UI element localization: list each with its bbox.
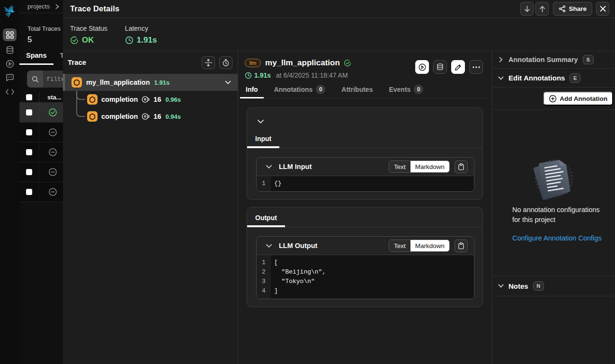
configure-annotation-configs-link[interactable]: Configure Annotation Configs xyxy=(512,234,615,242)
trace-tree-panel: Trace xyxy=(63,51,238,364)
share-button[interactable]: Share xyxy=(553,2,592,16)
span-latency: 0.96s xyxy=(165,96,181,103)
projects-panel: projects Total Traces 5 Spans Traces sta… xyxy=(19,0,63,364)
table-row[interactable] xyxy=(19,142,63,162)
llm-input-title: LLM Input xyxy=(279,163,312,170)
nav-datasets-icon[interactable] xyxy=(5,45,15,55)
filter-input[interactable] xyxy=(43,71,63,88)
timing-button[interactable] xyxy=(219,56,232,69)
plus-circle-icon xyxy=(549,95,557,103)
total-traces: Total Traces 5 xyxy=(19,13,63,44)
tab-attributes[interactable]: Attributes xyxy=(336,85,378,98)
filter-searchbox[interactable] xyxy=(27,71,63,88)
trace-status-label: Trace Status xyxy=(70,25,107,32)
status-unset-icon xyxy=(48,187,57,196)
empty-state-message: No annotation configurations for this pr… xyxy=(512,205,605,225)
nav-prompts-icon[interactable] xyxy=(5,73,15,82)
collapse-all-button[interactable] xyxy=(247,108,482,122)
code-content[interactable]: [ "Beijing\n", "Tokyo\n" ] xyxy=(271,255,326,299)
expand-vertical-icon xyxy=(205,59,212,67)
llm-span-kind-icon xyxy=(71,77,82,88)
chevron-right-icon xyxy=(55,4,59,9)
dialog-title: Trace Details xyxy=(70,4,119,13)
row-checkbox[interactable] xyxy=(26,189,32,195)
table-row[interactable] xyxy=(19,103,63,123)
chevron-down-icon xyxy=(498,284,504,288)
tab-input[interactable]: Input xyxy=(247,132,279,148)
tab-output[interactable]: Output xyxy=(247,211,285,227)
tree-row-completion-2[interactable]: completion 16 0.94s xyxy=(63,108,238,125)
tab-info[interactable]: Info xyxy=(240,85,264,98)
add-to-dataset-button[interactable] xyxy=(433,60,447,74)
table-row[interactable] xyxy=(19,162,63,182)
copy-output-button[interactable] xyxy=(455,240,468,252)
add-annotation-button[interactable]: Add Annotation xyxy=(543,91,613,106)
line-numbers: 1 2 3 4 xyxy=(257,255,271,299)
status-column-header[interactable]: sta... xyxy=(47,94,62,101)
tree-row-completion-1[interactable]: completion 16 0.96s xyxy=(63,91,238,108)
toggle-text[interactable]: Text xyxy=(389,161,410,172)
replay-button[interactable] xyxy=(415,60,429,74)
code-content[interactable]: {} xyxy=(271,176,282,191)
chevron-down-icon[interactable] xyxy=(266,244,272,248)
notes-section[interactable]: Notes N xyxy=(492,276,615,296)
token-icon xyxy=(142,113,151,120)
tab-annotations[interactable]: Annotations0 xyxy=(268,85,331,98)
chevron-down-icon xyxy=(225,80,231,85)
latency: Latency 1.91s xyxy=(125,25,157,51)
select-all-checkbox[interactable] xyxy=(26,94,32,100)
copy-input-button[interactable] xyxy=(455,160,468,173)
tab-spans[interactable]: Spans xyxy=(19,52,53,65)
llm-span-kind-icon xyxy=(87,111,98,122)
more-actions-button[interactable] xyxy=(469,60,483,74)
dialog-header: Trace Details Share xyxy=(63,0,615,18)
tab-events[interactable]: Events0 xyxy=(383,85,429,98)
arrow-down-icon xyxy=(524,5,531,13)
spans-table: sta... xyxy=(19,92,63,364)
edit-span-button[interactable] xyxy=(451,60,465,74)
row-checkbox[interactable] xyxy=(26,109,32,115)
status-unset-icon xyxy=(48,128,57,137)
span-latency: 1.91s xyxy=(254,71,271,79)
add-annotation-row: Add Annotation xyxy=(492,88,615,110)
shortcut-badge-n: N xyxy=(533,281,544,291)
nav-playground-icon[interactable] xyxy=(5,59,15,69)
annotation-summary-section[interactable]: Annotation Summary S xyxy=(492,51,615,69)
row-checkbox[interactable] xyxy=(26,149,32,155)
annotations-panel: Annotation Summary S Edit Annotations E … xyxy=(492,51,615,364)
tab-traces[interactable]: Traces xyxy=(53,52,63,65)
clock-icon xyxy=(245,72,252,79)
close-dialog-button[interactable] xyxy=(596,2,609,16)
toggle-markdown[interactable]: Markdown xyxy=(410,161,449,172)
nav-projects-grid-icon[interactable] xyxy=(3,28,17,41)
trace-tree-header: Trace xyxy=(63,51,238,74)
llm-output-code: 1 2 3 4 [ "Beijing\n", "Tokyo\n" xyxy=(257,255,474,299)
status-unset-icon xyxy=(48,168,57,177)
toggle-markdown[interactable]: Markdown xyxy=(410,240,449,251)
nav-apis-icon[interactable] xyxy=(5,87,15,97)
table-row[interactable] xyxy=(19,123,63,142)
row-checkbox[interactable] xyxy=(26,169,32,175)
row-checkbox[interactable] xyxy=(26,129,32,135)
project-tabs: Spans Traces xyxy=(19,52,63,65)
span-actions xyxy=(415,60,483,74)
next-trace-button[interactable] xyxy=(535,2,549,16)
span-tabs: Info Annotations0 Attributes Events0 xyxy=(238,85,492,98)
line-numbers: 1 xyxy=(257,176,271,191)
llm-span-kind-icon xyxy=(87,94,98,105)
tree-row-root-span[interactable]: my_llm_application 1.91s xyxy=(63,74,238,91)
collapse-children-button[interactable] xyxy=(225,80,231,85)
phoenix-logo-icon[interactable] xyxy=(3,4,17,18)
breadcrumb[interactable]: projects xyxy=(19,0,63,13)
previous-trace-button[interactable] xyxy=(520,2,534,16)
status-ok-icon xyxy=(48,108,57,117)
edit-annotations-section[interactable]: Edit Annotations E xyxy=(492,69,615,88)
toggle-text[interactable]: Text xyxy=(389,240,410,251)
table-row[interactable] xyxy=(19,182,63,202)
breadcrumb-projects[interactable]: projects xyxy=(27,3,50,10)
chevron-down-icon[interactable] xyxy=(266,165,272,169)
expand-rows-button[interactable] xyxy=(202,56,215,69)
notes-label: Notes xyxy=(508,282,528,290)
share-label: Share xyxy=(569,5,587,12)
trace-status: Trace Status OK xyxy=(70,25,107,51)
